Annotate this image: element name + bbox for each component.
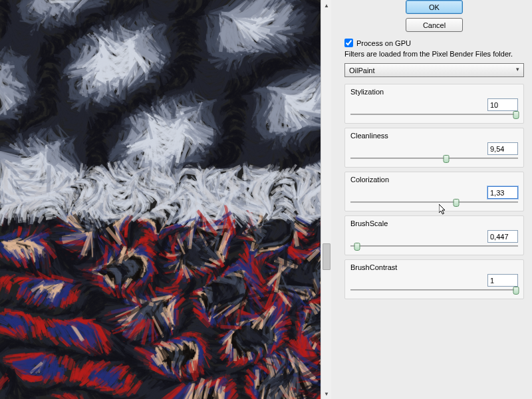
slider-thumb-icon[interactable]	[443, 155, 449, 163]
scroll-up-arrow-icon[interactable]: ▲	[321, 0, 332, 11]
param-stylization: Stylization	[344, 84, 524, 124]
param-colorization: Colorization	[344, 172, 524, 211]
param-brushscale: BrushScale	[344, 215, 524, 255]
filter-select[interactable]: OilPaint	[344, 63, 524, 77]
colorization-slider[interactable]	[350, 201, 518, 203]
param-label: Colorization	[350, 176, 518, 184]
colorization-input[interactable]	[487, 186, 518, 199]
param-label: BrushScale	[350, 219, 518, 227]
brushscale-slider[interactable]	[350, 245, 518, 247]
stylization-input[interactable]	[487, 98, 518, 111]
cancel-button[interactable]: Cancel	[406, 18, 463, 32]
slider-thumb-icon[interactable]	[513, 287, 519, 295]
ok-button[interactable]: OK	[406, 0, 463, 14]
info-text: Filters are loaded from the Pixel Bender…	[344, 50, 524, 58]
scroll-thumb[interactable]	[323, 243, 331, 270]
filter-select-value: OilPaint	[349, 66, 375, 74]
brushscale-input[interactable]	[487, 230, 518, 243]
process-on-gpu-label: Process on GPU	[356, 39, 411, 47]
cleanliness-slider[interactable]	[350, 158, 518, 159]
scroll-track[interactable]	[321, 11, 331, 388]
param-cleanliness: Cleanliness	[344, 128, 524, 168]
control-panel: OK Cancel Process on GPU Filters are loa…	[331, 0, 532, 399]
scroll-down-arrow-icon[interactable]: ▼	[321, 388, 332, 399]
param-label: BrushContrast	[350, 263, 518, 271]
param-label: Stylization	[350, 88, 518, 96]
brushcontrast-slider[interactable]	[350, 289, 518, 291]
preview-image	[0, 0, 331, 399]
slider-thumb-icon[interactable]	[453, 199, 459, 207]
vertical-scrollbar[interactable]: ▲ ▼	[321, 0, 331, 399]
preview-pane: ▲ ▼	[0, 0, 331, 399]
process-on-gpu-checkbox[interactable]	[344, 39, 353, 47]
param-label: Cleanliness	[350, 132, 518, 140]
slider-thumb-icon[interactable]	[354, 243, 360, 251]
brushcontrast-input[interactable]	[487, 274, 518, 287]
stylization-slider[interactable]	[350, 114, 518, 115]
param-brushcontrast: BrushContrast	[344, 259, 524, 299]
slider-thumb-icon[interactable]	[513, 111, 519, 119]
cleanliness-input[interactable]	[487, 142, 518, 155]
